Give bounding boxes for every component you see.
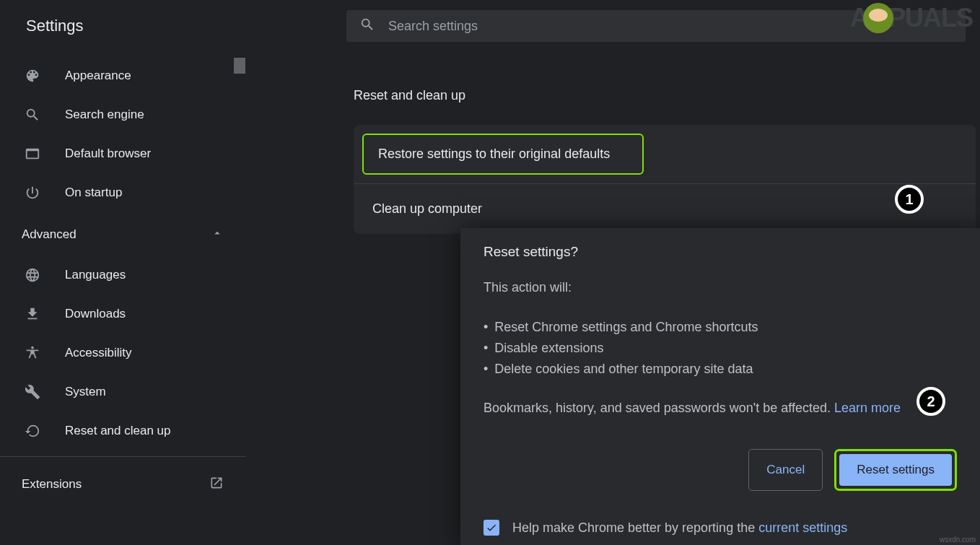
logo-suffix: PUALS [888,3,973,33]
report-checkbox[interactable] [484,520,499,536]
sidebar-item-system[interactable]: System [0,372,245,411]
advanced-label: Advanced [22,227,76,242]
option-card: Restore settings to their original defau… [354,125,976,234]
reset-settings-button[interactable]: Reset settings [839,454,952,486]
browser-icon [22,146,43,162]
search-icon [22,107,43,123]
sidebar-item-label: Search engine [65,108,144,122]
header-bar: Settings [0,0,980,52]
dialog-bullet: Delete cookies and other temporary site … [484,359,957,380]
page-title: Settings [14,17,346,35]
footer-text-prefix: Help make Chrome better by reporting the [512,520,758,535]
dialog-note: Bookmarks, history, and saved passwords … [484,401,957,416]
sidebar-item-extensions[interactable]: Extensions [0,463,245,506]
footer-text: Help make Chrome better by reporting the… [512,520,847,536]
sidebar-item-downloads[interactable]: Downloads [0,295,245,333]
appuals-logo: A PUALS [850,3,973,33]
sidebar-item-label: Accessibility [65,346,132,360]
chevron-up-icon [211,227,224,243]
sidebar-item-label: System [65,385,106,399]
source-attribution: wsxdn.com [940,536,976,544]
option-label: Restore settings to their original defau… [378,147,610,161]
option-label: Clean up computer [372,201,482,216]
sidebar-item-label: Appearance [65,69,131,83]
divider [0,456,245,457]
section-title: Reset and clean up [354,88,980,103]
dialog-bullet: Disable extensions [484,338,957,359]
callout-badge-2: 2 [916,387,945,416]
extensions-label: Extensions [22,477,82,492]
globe-icon [22,267,43,283]
check-icon [486,522,497,533]
sidebar-advanced-toggle[interactable]: Advanced [0,212,245,256]
sidebar-item-search-engine[interactable]: Search engine [0,95,245,134]
sidebar-item-label: Default browser [65,147,151,161]
dialog-bullets: Reset Chrome settings and Chrome shortcu… [484,317,957,379]
dialog-bullet: Reset Chrome settings and Chrome shortcu… [484,317,957,338]
learn-more-link[interactable]: Learn more [834,401,901,415]
current-settings-link[interactable]: current settings [758,520,847,535]
reset-button-highlight: Reset settings [834,449,957,491]
dialog-intro: This action will: [484,280,957,295]
option-cleanup-computer[interactable]: Clean up computer [354,184,976,234]
dialog-title: Reset settings? [484,244,957,260]
sidebar-item-label: Languages [65,268,126,282]
sidebar-item-default-browser[interactable]: Default browser [0,134,245,173]
sidebar-item-label: On startup [65,186,122,200]
sidebar-item-label: Downloads [65,307,126,321]
sidebar-item-label: Reset and clean up [65,424,171,438]
callout-badge-1: 1 [895,185,924,214]
sidebar-item-on-startup[interactable]: On startup [0,173,245,212]
open-in-new-icon [209,476,224,493]
reset-settings-dialog: 2 Reset settings? This action will: Rese… [460,228,980,545]
option-restore-defaults[interactable]: Restore settings to their original defau… [362,134,644,175]
cancel-button[interactable]: Cancel [748,449,823,491]
dialog-buttons: Cancel Reset settings [484,449,957,491]
restore-icon [22,423,43,439]
sidebar-item-languages[interactable]: Languages [0,256,245,295]
logo-avatar-icon [863,3,893,33]
search-icon [359,17,388,35]
palette-icon [22,68,43,84]
download-icon [22,306,43,322]
dialog-footer: Help make Chrome better by reporting the… [484,520,957,544]
sidebar: Appearance Search engine Default browser… [0,52,245,545]
wrench-icon [22,384,43,400]
sidebar-item-reset-cleanup[interactable]: Reset and clean up [0,411,245,450]
dialog-note-text: Bookmarks, history, and saved passwords … [484,401,834,415]
accessibility-icon [22,345,43,361]
sidebar-item-appearance[interactable]: Appearance [0,56,245,95]
power-icon [22,185,43,201]
scroll-indicator[interactable] [234,58,245,74]
sidebar-item-accessibility[interactable]: Accessibility [0,333,245,372]
